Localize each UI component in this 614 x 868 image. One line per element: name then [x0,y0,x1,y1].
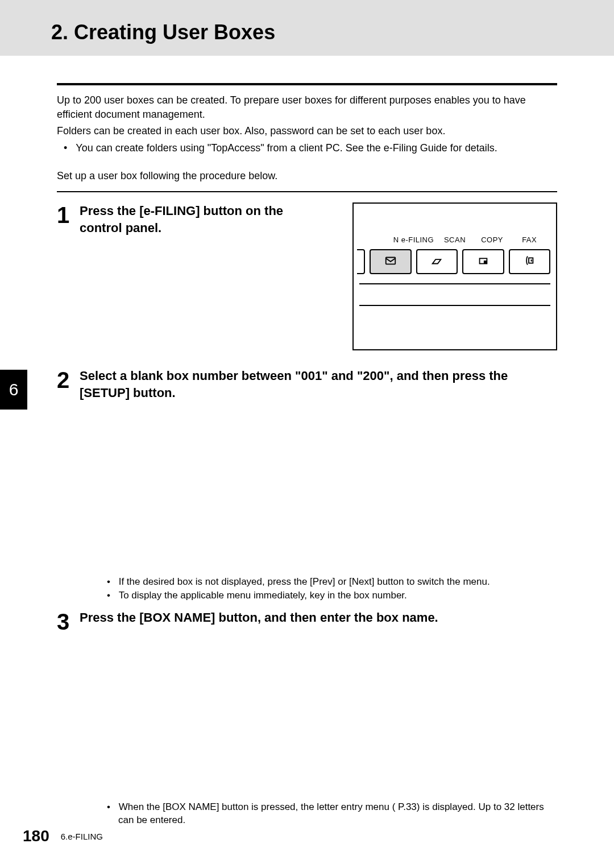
step-2: 2 Select a blank box number between "001… [57,367,557,602]
divider-thin [57,191,557,192]
panel-label-scan: SCAN [436,235,474,244]
mail-icon [384,254,397,269]
step-1-body: Press the [e-FILING] button on the contr… [80,202,557,350]
scan-icon [430,254,443,269]
page-title: 2. Creating User Boxes [51,20,614,44]
panel-button-edge [357,249,365,274]
intro-bullet-1: You can create folders using "TopAccess"… [64,141,557,155]
step-2-number: 2 [57,369,80,391]
intro-p1: Up to 200 user boxes can be created. To … [57,93,557,122]
chapter-tab: 6 [0,370,27,410]
step-3-note-1: When the [BOX NAME] button is pressed, t… [107,800,557,828]
step-3-notes: When the [BOX NAME] button is pressed, t… [80,800,557,828]
panel-button-copy [462,249,504,274]
intro-bullets: You can create folders using "TopAccess"… [57,141,557,155]
control-panel-illustration: N e-FILING SCAN COPY FAX [352,202,557,350]
intro-p2: Folders can be created in each user box.… [57,124,557,138]
panel-button-efiling [370,249,412,274]
panel-label-edge: N [362,235,399,244]
step-2-body: Select a blank box number between "001" … [80,367,557,602]
panel-button-fax [509,249,551,274]
panel-slot [359,283,550,306]
svg-rect-2 [484,261,487,263]
step-3-title: Press the [BOX NAME] button, and then en… [80,609,557,626]
page-footer: 180 6.e-FILING [0,827,614,845]
page-header: 2. Creating User Boxes [0,0,614,56]
panel-labels: N e-FILING SCAN COPY FAX [362,235,548,244]
step-1-title: Press the [e-FILING] button on the contr… [80,202,324,236]
svg-rect-0 [386,257,396,264]
intro-setup-line: Set up a user box following the procedur… [57,169,557,183]
divider-thick [57,83,557,85]
page-content: Up to 200 user boxes can be created. To … [0,83,614,827]
step-2-title: Select a blank box number between "001" … [80,367,557,401]
panel-label-efiling: e-FILING [399,235,437,244]
step-3-number: 3 [57,610,80,633]
step-3-body: Press the [BOX NAME] button, and then en… [80,609,557,827]
page-number: 180 [23,827,49,845]
panel-buttons-row [357,249,550,274]
intro-block: Up to 200 user boxes can be created. To … [57,93,557,183]
chapter-tab-number: 6 [9,380,19,399]
footer-section-label: 6.e-FILING [61,832,103,841]
panel-label-copy: COPY [474,235,511,244]
copy-icon [477,254,489,269]
step-2-note-2: To display the applicable menu immediate… [107,589,557,602]
step-1-number: 1 [57,204,80,226]
panel-button-scan [416,249,458,274]
step-1: 1 Press the [e-FILING] button on the con… [57,202,557,350]
step-2-notes: If the desired box is not displayed, pre… [80,575,557,602]
panel-label-fax: FAX [511,235,548,244]
step-2-note-1: If the desired box is not displayed, pre… [107,575,557,589]
step-3: 3 Press the [BOX NAME] button, and then … [57,609,557,827]
fax-icon [523,254,536,269]
